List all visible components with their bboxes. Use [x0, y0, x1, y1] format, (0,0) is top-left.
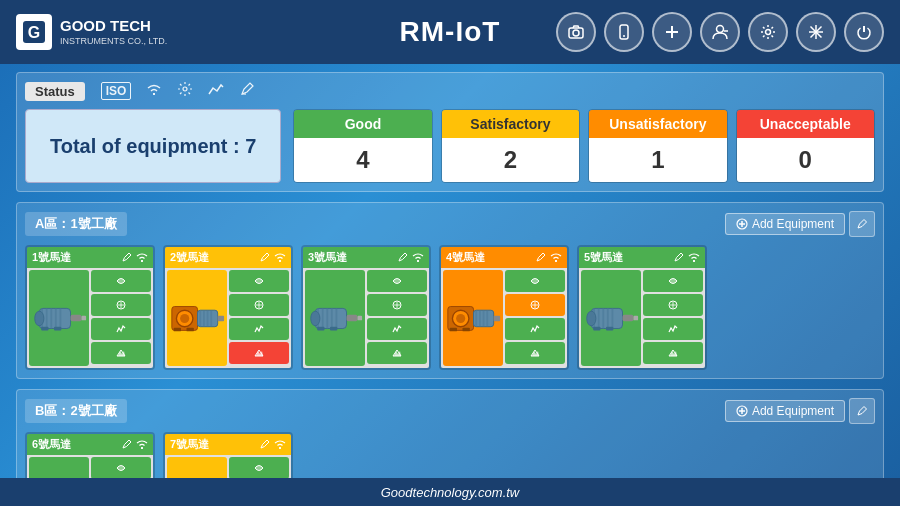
svg-rect-31 — [41, 327, 48, 331]
eq-header: 2號馬達 — [165, 247, 291, 268]
stat-box-satisfactory: Satisfactory 2 — [441, 109, 580, 183]
eq-body — [441, 268, 567, 368]
eq-ind-1 — [229, 294, 289, 316]
mobile-button[interactable] — [604, 12, 644, 52]
header: G GOOD TECH INSTRUMENTS CO., LTD. RM-IoT — [0, 0, 900, 64]
eq-edit-icon — [122, 439, 132, 451]
zone-b-edit-btn[interactable] — [849, 398, 875, 424]
logo-text: GOOD TECH INSTRUMENTS CO., LTD. — [60, 16, 167, 47]
equipment-card-3號馬達[interactable]: 3號馬達 — [301, 245, 431, 370]
eq-body — [579, 268, 705, 368]
eq-header-icons — [122, 439, 148, 451]
eq-header-icons — [674, 252, 700, 264]
eq-name: 6號馬達 — [32, 437, 71, 452]
eq-body — [27, 455, 153, 478]
eq-edit-icon — [674, 252, 684, 264]
eq-ind-0 — [91, 457, 151, 478]
eq-ind-1 — [91, 294, 151, 316]
power-button[interactable] — [844, 12, 884, 52]
svg-rect-92 — [597, 308, 599, 328]
zone-a-actions: Add Equipment — [725, 211, 875, 237]
eq-body — [27, 268, 153, 368]
eq-edit-icon — [122, 252, 132, 264]
status-panel: Status ISO Total of equipment : 7 G — [16, 72, 884, 192]
logo-area: G GOOD TECH INSTRUMENTS CO., LTD. — [16, 14, 176, 50]
add-button[interactable] — [652, 12, 692, 52]
eq-header: 7號馬達 — [165, 434, 291, 455]
stat-box-unsatisfactory: Unsatisfactory 1 — [588, 109, 727, 183]
svg-rect-45 — [206, 310, 208, 327]
app-title: RM-IoT — [400, 16, 501, 48]
eq-edit-icon — [260, 252, 270, 264]
svg-rect-66 — [330, 327, 337, 331]
svg-rect-26 — [54, 308, 56, 328]
eq-wifi-icon — [688, 252, 700, 264]
brand-name: GOOD TECH — [60, 16, 167, 36]
gear-icon — [177, 81, 193, 101]
svg-point-55 — [417, 260, 419, 262]
eq-header-icons — [536, 252, 562, 264]
zone-b-header: B區：2號工廠 Add Equipment — [25, 398, 875, 424]
svg-rect-60 — [330, 308, 332, 328]
eq-indicators — [505, 270, 565, 364]
svg-point-89 — [693, 260, 695, 262]
equipment-card-7號馬達[interactable]: 7號馬達 — [163, 432, 293, 478]
camera-button[interactable] — [556, 12, 596, 52]
eq-name: 3號馬達 — [308, 250, 347, 265]
stat-label: Good — [294, 110, 431, 138]
svg-point-75 — [456, 314, 465, 323]
status-body: Total of equipment : 7 Good 4 Satisfacto… — [25, 109, 875, 183]
svg-rect-65 — [317, 327, 324, 331]
eq-body — [165, 268, 291, 368]
eq-name: 1號馬達 — [32, 250, 71, 265]
svg-point-126 — [279, 447, 281, 449]
stat-value: 1 — [589, 138, 726, 182]
header-buttons — [556, 12, 884, 52]
zone-b-add-btn[interactable]: Add Equipment — [725, 400, 845, 422]
iso-label: ISO — [101, 82, 132, 100]
svg-rect-49 — [186, 328, 193, 332]
equipment-card-2號馬達[interactable]: 2號馬達 — [163, 245, 293, 370]
svg-rect-25 — [50, 308, 52, 328]
logo-icon: G — [16, 14, 52, 50]
eq-ind-2 — [643, 318, 703, 340]
snowflake-button[interactable] — [796, 12, 836, 52]
eq-ind-0 — [229, 270, 289, 292]
svg-rect-61 — [335, 308, 337, 328]
status-icons: ISO — [101, 81, 256, 101]
eq-header: 4號馬達 — [441, 247, 567, 268]
equipment-card-6號馬達[interactable]: 6號馬達 — [25, 432, 155, 478]
svg-rect-62 — [346, 315, 357, 321]
footer: Goodtechnology.com.tw — [0, 478, 900, 506]
equipment-card-1號馬達[interactable]: 1號馬達 — [25, 245, 155, 370]
status-badge: Status — [25, 82, 85, 101]
eq-ind-1 — [643, 294, 703, 316]
equipment-card-5號馬達[interactable]: 5號馬達 — [577, 245, 707, 370]
total-equipment: Total of equipment : 7 — [25, 109, 281, 183]
settings-button[interactable] — [748, 12, 788, 52]
user-button[interactable] — [700, 12, 740, 52]
zone-a-edit-btn[interactable] — [849, 211, 875, 237]
eq-header-icons — [260, 439, 286, 451]
stat-value: 2 — [442, 138, 579, 182]
svg-rect-96 — [622, 315, 633, 321]
zone-a-title: A區：1號工廠 — [25, 212, 127, 236]
svg-point-8 — [717, 26, 724, 33]
svg-rect-27 — [59, 308, 61, 328]
eq-indicators — [643, 270, 703, 364]
eq-edit-icon — [536, 252, 546, 264]
zone-b-actions: Add Equipment — [725, 398, 875, 424]
stat-box-good: Good 4 — [293, 109, 432, 183]
stat-label: Satisfactory — [442, 110, 579, 138]
svg-rect-99 — [593, 327, 600, 331]
svg-rect-100 — [606, 327, 613, 331]
svg-point-15 — [153, 93, 155, 95]
eq-indicators — [229, 457, 289, 478]
eq-name: 4號馬達 — [446, 250, 485, 265]
svg-point-21 — [141, 260, 143, 262]
svg-point-72 — [555, 260, 557, 262]
zone-a-add-btn[interactable]: Add Equipment — [725, 213, 845, 235]
svg-point-3 — [573, 30, 579, 36]
equipment-card-4號馬達[interactable]: 4號馬達 — [439, 245, 569, 370]
svg-rect-59 — [326, 308, 328, 328]
